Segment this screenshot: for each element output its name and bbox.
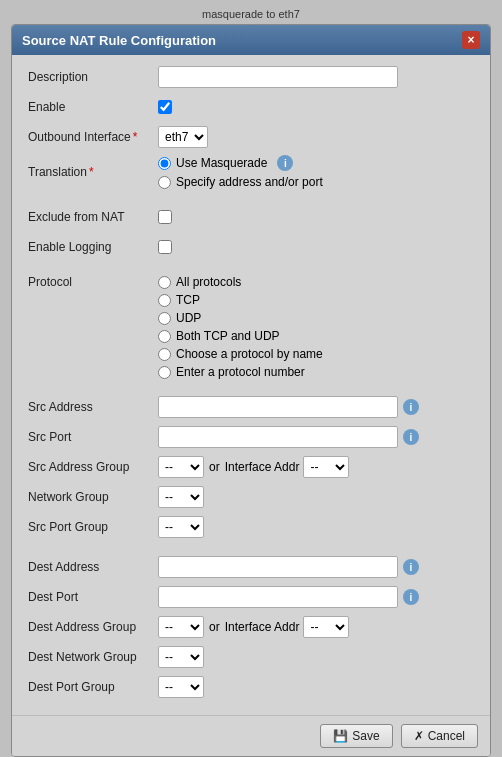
dest-network-group-row: Dest Network Group --: [28, 645, 474, 669]
dialog-body: Description Enable Outbound Interface* e…: [12, 55, 490, 715]
src-port-group-label: Src Port Group: [28, 520, 158, 534]
outbound-interface-row: Outbound Interface* eth7: [28, 125, 474, 149]
enable-logging-label: Enable Logging: [28, 240, 158, 254]
translation-specify-label: Specify address and/or port: [176, 175, 323, 189]
outbound-interface-label: Outbound Interface*: [28, 130, 158, 144]
translation-control: Use Masquerade i Specify address and/or …: [158, 155, 474, 189]
exclude-nat-row: Exclude from NAT: [28, 205, 474, 229]
protocol-label: Protocol: [28, 275, 158, 289]
protocol-radio-tcp[interactable]: [158, 294, 171, 307]
translation-radio-specify[interactable]: [158, 176, 171, 189]
dest-network-group-label: Dest Network Group: [28, 650, 158, 664]
protocol-number-label: Enter a protocol number: [176, 365, 305, 379]
protocol-row: Protocol All protocols TCP UDP: [28, 275, 474, 379]
translation-radio-masquerade[interactable]: [158, 157, 171, 170]
src-address-group-label: Src Address Group: [28, 460, 158, 474]
enable-logging-row: Enable Logging: [28, 235, 474, 259]
src-address-input[interactable]: [158, 396, 398, 418]
exclude-nat-control: [158, 210, 474, 224]
src-port-group-row: Src Port Group --: [28, 515, 474, 539]
src-address-group-control: -- or Interface Addr --: [158, 456, 474, 478]
dest-interface-addr-select[interactable]: --: [303, 616, 349, 638]
protocol-radio-udp[interactable]: [158, 312, 171, 325]
dest-port-group-select[interactable]: --: [158, 676, 204, 698]
src-port-input[interactable]: [158, 426, 398, 448]
top-label: masquerade to eth7: [202, 8, 300, 20]
protocol-tcp-label: TCP: [176, 293, 200, 307]
translation-radio-group: Use Masquerade i Specify address and/or …: [158, 155, 323, 189]
src-address-group-select[interactable]: --: [158, 456, 204, 478]
close-button[interactable]: ×: [462, 31, 480, 49]
save-icon: 💾: [333, 729, 348, 743]
protocol-option-number: Enter a protocol number: [158, 365, 323, 379]
dest-port-info-icon[interactable]: i: [403, 589, 419, 605]
dest-port-control: i: [158, 586, 474, 608]
translation-option-masquerade: Use Masquerade i: [158, 155, 323, 171]
translation-row: Translation* Use Masquerade i Specify ad…: [28, 155, 474, 189]
dest-address-group-control: -- or Interface Addr --: [158, 616, 474, 638]
dest-address-group-select[interactable]: --: [158, 616, 204, 638]
src-address-info-icon[interactable]: i: [403, 399, 419, 415]
protocol-option-both: Both TCP and UDP: [158, 329, 323, 343]
src-port-row: Src Port i: [28, 425, 474, 449]
cancel-icon: ✗: [414, 729, 424, 743]
dest-address-info-icon[interactable]: i: [403, 559, 419, 575]
src-port-group-select[interactable]: --: [158, 516, 204, 538]
dest-port-input[interactable]: [158, 586, 398, 608]
save-label: Save: [352, 729, 379, 743]
dest-port-group-row: Dest Port Group --: [28, 675, 474, 699]
outbound-interface-select[interactable]: eth7: [158, 126, 208, 148]
src-address-group-or: or: [209, 460, 220, 474]
dest-address-control: i: [158, 556, 474, 578]
dest-port-row: Dest Port i: [28, 585, 474, 609]
translation-masquerade-label: Use Masquerade: [176, 156, 267, 170]
src-address-control: i: [158, 396, 474, 418]
dest-address-input[interactable]: [158, 556, 398, 578]
dest-network-group-control: --: [158, 646, 474, 668]
protocol-udp-label: UDP: [176, 311, 201, 325]
dest-address-row: Dest Address i: [28, 555, 474, 579]
enable-logging-control: [158, 240, 474, 254]
protocol-radio-group: All protocols TCP UDP Both TCP and UDP: [158, 275, 323, 379]
dest-address-group-or: or: [209, 620, 220, 634]
protocol-all-label: All protocols: [176, 275, 241, 289]
dest-address-group-label: Dest Address Group: [28, 620, 158, 634]
description-input[interactable]: [158, 66, 398, 88]
outbound-interface-control: eth7: [158, 126, 474, 148]
src-address-group-interface-label: Interface Addr: [225, 460, 300, 474]
exclude-nat-checkbox[interactable]: [158, 210, 172, 224]
dialog-title: Source NAT Rule Configuration: [22, 33, 216, 48]
description-control: [158, 66, 474, 88]
dest-network-group-select[interactable]: --: [158, 646, 204, 668]
protocol-radio-all[interactable]: [158, 276, 171, 289]
cancel-label: Cancel: [428, 729, 465, 743]
enable-control: [158, 100, 474, 114]
description-label: Description: [28, 70, 158, 84]
src-port-control: i: [158, 426, 474, 448]
protocol-option-name: Choose a protocol by name: [158, 347, 323, 361]
protocol-radio-number[interactable]: [158, 366, 171, 379]
protocol-option-all: All protocols: [158, 275, 323, 289]
src-network-group-select[interactable]: --: [158, 486, 204, 508]
cancel-button[interactable]: ✗ Cancel: [401, 724, 478, 748]
translation-masquerade-info-icon[interactable]: i: [277, 155, 293, 171]
src-interface-addr-select[interactable]: --: [303, 456, 349, 478]
protocol-name-label: Choose a protocol by name: [176, 347, 323, 361]
description-row: Description: [28, 65, 474, 89]
enable-logging-checkbox[interactable]: [158, 240, 172, 254]
dialog-header: Source NAT Rule Configuration ×: [12, 25, 490, 55]
enable-checkbox[interactable]: [158, 100, 172, 114]
src-port-info-icon[interactable]: i: [403, 429, 419, 445]
dialog-footer: 💾 Save ✗ Cancel: [12, 715, 490, 756]
protocol-radio-both[interactable]: [158, 330, 171, 343]
src-port-label: Src Port: [28, 430, 158, 444]
src-network-group-row: Network Group --: [28, 485, 474, 509]
src-address-label: Src Address: [28, 400, 158, 414]
save-button[interactable]: 💾 Save: [320, 724, 392, 748]
dest-port-group-label: Dest Port Group: [28, 680, 158, 694]
exclude-nat-label: Exclude from NAT: [28, 210, 158, 224]
protocol-radio-name[interactable]: [158, 348, 171, 361]
src-address-row: Src Address i: [28, 395, 474, 419]
dialog: Source NAT Rule Configuration × Descript…: [11, 24, 491, 757]
dest-address-label: Dest Address: [28, 560, 158, 574]
